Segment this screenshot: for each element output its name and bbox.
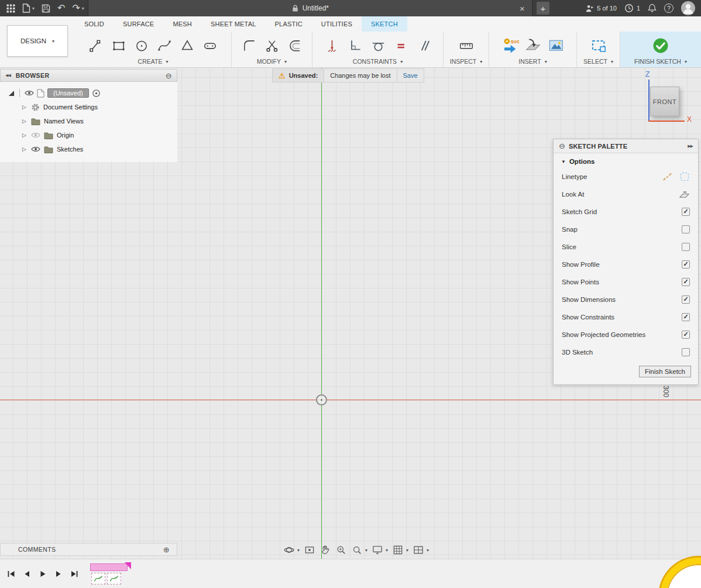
3d-sketch-checkbox[interactable] — [682, 348, 690, 356]
minimize-panel-icon[interactable]: ⊖ — [166, 71, 172, 80]
view-cube-front-face[interactable]: FRONT — [650, 87, 679, 116]
create-menu[interactable]: CREATE▾ — [138, 58, 169, 67]
user-avatar[interactable] — [681, 1, 695, 15]
tab-surface[interactable]: SURFACE — [114, 16, 163, 32]
help-icon[interactable]: ? — [664, 4, 673, 13]
pan-button[interactable] — [318, 544, 332, 556]
select-tool-icon[interactable] — [590, 35, 607, 56]
show-projected-geometries-checkbox[interactable] — [682, 331, 690, 339]
tab-sheet-metal[interactable]: SHEET METAL — [201, 16, 266, 32]
document-root-label[interactable]: (Unsaved) — [47, 88, 89, 98]
measure-tool-icon[interactable] — [458, 35, 475, 56]
close-tab-icon[interactable]: × — [520, 4, 525, 13]
rectangle-tool-icon[interactable] — [110, 35, 128, 56]
fillet-tool-icon[interactable] — [240, 35, 258, 56]
minimize-palette-icon[interactable]: ⊖ — [559, 142, 565, 150]
decal-icon[interactable] — [524, 35, 542, 56]
browser-item-named-views[interactable]: ▷ Named Views — [0, 114, 177, 128]
undo-button[interactable]: ↶ — [54, 0, 68, 16]
show-constraints-checkbox[interactable] — [682, 313, 690, 321]
comments-bar[interactable]: COMMENTS ⊕ — [0, 543, 177, 556]
activate-target-icon[interactable] — [92, 89, 101, 98]
sketch-feature-item[interactable] — [91, 573, 105, 584]
notifications-button[interactable]: 1 — [624, 4, 640, 13]
tab-utilities[interactable]: UTILITIES — [312, 16, 362, 32]
inspect-menu[interactable]: INSPECT▾ — [450, 58, 483, 67]
finish-sketch-button[interactable]: Finish Sketch — [639, 366, 691, 377]
view-cube[interactable]: Z FRONT X — [641, 70, 699, 126]
options-section-header[interactable]: ▼ Options — [554, 153, 698, 168]
show-points-checkbox[interactable] — [682, 278, 690, 286]
redo-button[interactable]: ↷▾ — [68, 0, 87, 16]
tab-plastic[interactable]: PLASTIC — [266, 16, 312, 32]
browser-item-document-settings[interactable]: ▷ Document Settings — [0, 100, 177, 114]
expand-palette-icon[interactable]: ▶▶ — [688, 144, 693, 149]
grid-settings-button[interactable]: ▾ — [391, 544, 410, 556]
expand-caret-icon[interactable]: ▷ — [22, 132, 28, 138]
spline-tool-icon[interactable] — [156, 35, 173, 56]
insert-menu[interactable]: INSERT▾ — [518, 58, 547, 67]
save-link[interactable]: Save — [397, 69, 424, 82]
timeline-step-back-button[interactable] — [22, 569, 32, 579]
look-at-icon[interactable] — [679, 190, 690, 200]
app-grid-icon[interactable] — [3, 0, 19, 16]
timeline-go-to-start-button[interactable] — [6, 569, 16, 579]
insert-svg-icon[interactable]: SVG — [501, 35, 519, 56]
show-profile-checkbox[interactable] — [682, 260, 690, 269]
equal-constraint-icon[interactable] — [392, 35, 410, 56]
add-comment-icon[interactable]: ⊕ — [163, 545, 170, 554]
line-tool-icon[interactable] — [87, 35, 105, 56]
modify-menu[interactable]: MODIFY▾ — [257, 58, 287, 67]
collapse-panel-icon[interactable]: ◀◀ — [5, 73, 11, 78]
timeline-play-button[interactable] — [37, 569, 48, 579]
save-button[interactable] — [38, 0, 54, 16]
tab-sketch[interactable]: SKETCH — [362, 16, 407, 32]
trim-tool-icon[interactable] — [263, 35, 281, 56]
visibility-off-eye-icon[interactable] — [31, 132, 40, 139]
tangent-constraint-icon[interactable] — [369, 35, 387, 56]
show-dimensions-checkbox[interactable] — [682, 295, 690, 304]
expand-all-icon[interactable] — [8, 90, 15, 97]
expand-caret-icon[interactable]: ▷ — [22, 118, 28, 124]
snap-checkbox[interactable] — [682, 225, 690, 233]
display-settings-button[interactable]: ▾ — [370, 544, 389, 556]
constraints-menu[interactable]: CONSTRAINTS▾ — [353, 58, 403, 67]
visibility-eye-icon[interactable] — [25, 90, 34, 97]
sketch-canvas[interactable]: 300 ◀◀ BROWSER ⊖ (Unsaved) ▷ — [0, 68, 701, 559]
timeline-step-forward-button[interactable] — [53, 569, 64, 579]
tab-mesh[interactable]: MESH — [163, 16, 201, 32]
fit-button[interactable]: ▾ — [350, 544, 369, 556]
slice-checkbox[interactable] — [682, 243, 690, 251]
new-tab-button[interactable]: + — [537, 2, 549, 15]
workspace-switcher[interactable]: DESIGN ▾ — [7, 25, 68, 57]
browser-root-row[interactable]: (Unsaved) — [0, 86, 177, 100]
circle-tool-icon[interactable] — [133, 35, 150, 56]
insert-image-icon[interactable] — [547, 35, 565, 56]
sketch-dimension-icon[interactable] — [324, 35, 341, 56]
offset-tool-icon[interactable] — [286, 35, 304, 56]
parallel-constraint-icon[interactable] — [415, 35, 432, 56]
look-at-button[interactable] — [303, 544, 317, 556]
perpendicular-constraint-icon[interactable] — [346, 35, 364, 56]
viewports-button[interactable]: ▾ — [411, 544, 430, 556]
document-tab[interactable]: Untitled* × — [88, 0, 532, 16]
slot-tool-icon[interactable] — [201, 35, 219, 56]
sketch-feature-item[interactable] — [107, 573, 121, 584]
expand-caret-icon[interactable]: ▷ — [22, 104, 28, 110]
select-menu[interactable]: SELECT▾ — [583, 58, 613, 67]
timeline-edit-marker[interactable] — [90, 563, 128, 571]
finish-sketch-menu[interactable]: FINISH SKETCH▾ — [634, 58, 687, 67]
projected-linetype-icon[interactable] — [679, 171, 690, 182]
browser-item-sketches[interactable]: ▷ Sketches — [0, 142, 177, 156]
visibility-eye-icon[interactable] — [31, 146, 40, 153]
origin-point[interactable] — [316, 394, 327, 405]
alerts-button[interactable] — [648, 4, 657, 13]
browser-item-origin[interactable]: ▷ Origin — [0, 128, 177, 142]
zoom-button[interactable] — [334, 544, 348, 556]
tab-solid[interactable]: SOLID — [75, 16, 114, 32]
job-status-button[interactable]: 5 of 10 — [585, 4, 617, 13]
expand-caret-icon[interactable]: ▷ — [22, 146, 28, 152]
finish-sketch-icon[interactable] — [652, 35, 669, 56]
file-menu-button[interactable]: ▾ — [19, 0, 38, 16]
orbit-button[interactable]: ▾ — [282, 544, 301, 556]
